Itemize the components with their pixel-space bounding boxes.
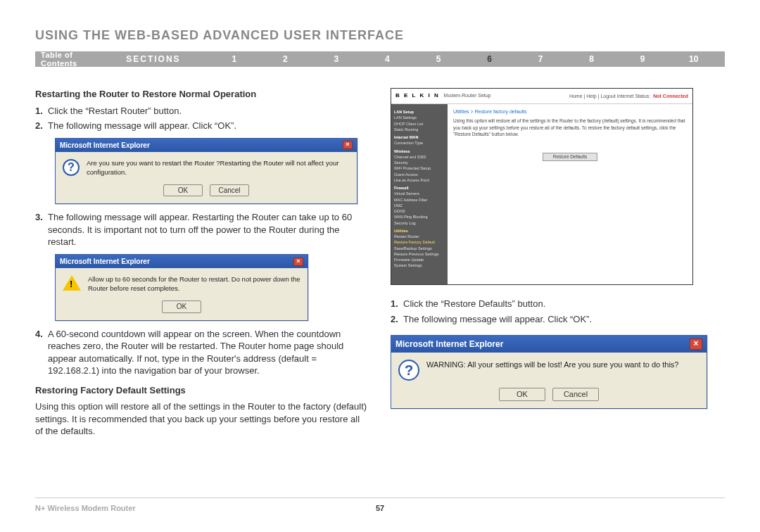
sidebar-item-active[interactable]: Restore Factory Default [394, 239, 445, 245]
nav-section-2[interactable]: 2 [260, 54, 311, 64]
question-icon: ? [398, 360, 419, 381]
router-admin-screenshot: B E L K I N Modem-Router Setup Home | He… [391, 88, 693, 285]
sidebar-item[interactable]: Save/Backup Settings [394, 246, 445, 251]
sidebar-item[interactable]: WAN Ping Blocking [394, 214, 445, 220]
nav-section-4[interactable]: 4 [362, 54, 413, 64]
dialog-restart-wait: Microsoft Internet Explorer × Allow up t… [55, 254, 369, 321]
warning-icon [63, 275, 81, 291]
cancel-button[interactable]: Cancel [210, 184, 249, 197]
sidebar-item[interactable]: Virtual Servers [394, 191, 445, 196]
sidebar-item[interactable]: DHCP Client List [394, 121, 445, 127]
restart-step-2: 2. The following message will appear. Cl… [35, 120, 369, 132]
footer-page-number: 57 [376, 504, 384, 512]
restart-heading: Restarting the Router to Restore Normal … [35, 88, 369, 101]
step-text: Click the “Restore Defaults” button. [403, 298, 725, 310]
router-content: Utilities > Restore factory defaults Usi… [448, 104, 692, 284]
restart-step-1: 1. Click the “Restart Router” button. [35, 105, 369, 118]
sidebar-item[interactable]: Connection Type [394, 140, 445, 146]
dialog-title: Microsoft Internet Explorer [395, 338, 503, 350]
step-text: The following message will appear. Resta… [48, 211, 369, 248]
question-icon: ? [63, 159, 80, 176]
restore-heading: Restoring Factory Default Settings [35, 384, 369, 397]
restart-step-4: 4. A 60-second countdown will appear on … [35, 328, 369, 377]
step-number: 3. [35, 211, 48, 248]
router-product: Modem-Router Setup [444, 93, 491, 98]
step-text: A 60-second countdown will appear on the… [48, 328, 369, 377]
sidebar-section: Wireless [394, 148, 445, 154]
sidebar-item[interactable]: WiFi Protected Setup [394, 165, 445, 171]
sidebar-section: Utilities [394, 228, 445, 234]
nav-section-1[interactable]: 1 [209, 54, 260, 64]
sidebar-section: Internet WAN [394, 134, 445, 140]
sidebar-item[interactable]: Security Log [394, 220, 445, 226]
sidebar-item[interactable]: Security [394, 160, 445, 165]
sidebar-item[interactable]: Restart Router [394, 234, 445, 239]
footer-product: N+ Wireless Modem Router [35, 504, 136, 512]
dialog-title: Microsoft Internet Explorer [60, 141, 150, 151]
cancel-button[interactable]: Cancel [552, 388, 599, 401]
nav-section-10[interactable]: 10 [668, 54, 719, 64]
sidebar-item[interactable]: DDNS [394, 208, 445, 214]
sidebar-item[interactable]: Guest Access [394, 172, 445, 177]
internet-status: Not Connected [653, 93, 688, 99]
dialog-message: Are you sure you want to restart the Rou… [87, 159, 350, 177]
sidebar-section: LAN Setup [394, 109, 445, 115]
router-sidebar: LAN Setup LAN Settings DHCP Client List … [391, 104, 448, 284]
nav-section-8[interactable]: 8 [566, 54, 617, 64]
step-number: 2. [35, 120, 48, 132]
sidebar-item[interactable]: LAN Settings [394, 115, 445, 120]
right-column: B E L K I N Modem-Router Setup Home | He… [391, 88, 725, 438]
sidebar-item[interactable]: Use as Access Point [394, 177, 445, 183]
nav-section-3[interactable]: 3 [311, 54, 362, 64]
sidebar-item[interactable]: DMZ [394, 203, 445, 208]
left-column: Restarting the Router to Restore Normal … [35, 88, 369, 438]
router-brand: B E L K I N [395, 92, 440, 99]
nav-section-7[interactable]: 7 [515, 54, 566, 64]
restore-paragraph: Using this option will restore all of th… [35, 400, 369, 438]
close-icon[interactable]: × [343, 141, 353, 149]
nav-toc[interactable]: Table of Contents [41, 51, 105, 68]
router-description: Using this option will restore all of th… [453, 118, 687, 137]
nav-section-6[interactable]: 6 [464, 54, 515, 64]
nav-sections-label: SECTIONS [126, 54, 180, 64]
restore-step-2: 2. The following message will appear. Cl… [391, 313, 725, 326]
nav-section-5[interactable]: 5 [413, 54, 464, 64]
ok-button[interactable]: OK [163, 184, 203, 197]
sidebar-item[interactable]: Static Routing [394, 127, 445, 132]
ok-button[interactable]: OK [162, 300, 201, 313]
step-number: 2. [391, 313, 403, 326]
router-breadcrumb: Utilities > Restore factory defaults [453, 108, 687, 115]
restore-defaults-button[interactable]: Restore Defaults [543, 153, 597, 162]
section-nav-bar: Table of Contents SECTIONS 1 2 3 4 5 6 7… [35, 51, 725, 67]
page-footer: N+ Wireless Modem Router 57 [35, 498, 725, 512]
restore-step-1: 1. Click the “Restore Defaults” button. [391, 298, 725, 310]
ok-button[interactable]: OK [499, 388, 545, 401]
sidebar-section: Firewall [394, 185, 445, 191]
router-header-links: Home | Help | Logout Internet Status: [569, 93, 650, 99]
sidebar-item[interactable]: Firmware Update [394, 257, 445, 262]
nav-section-9[interactable]: 9 [617, 54, 669, 64]
dialog-restart-confirm: Microsoft Internet Explorer × ? Are you … [55, 138, 369, 205]
close-icon[interactable]: × [690, 338, 702, 350]
dialog-title: Microsoft Internet Explorer [60, 257, 150, 267]
sidebar-item[interactable]: Restore Previous Settings [394, 251, 445, 257]
step-number: 1. [391, 298, 403, 310]
sidebar-item[interactable]: Channel and SSID [394, 154, 445, 160]
step-text: The following message will appear. Click… [403, 313, 725, 326]
restart-step-3: 3. The following message will appear. Re… [35, 211, 369, 248]
dialog-restore-warning: Microsoft Internet Explorer × ? WARNING:… [391, 335, 725, 409]
close-icon[interactable]: × [293, 258, 303, 266]
page-title: USING THE WEB-BASED ADVANCED USER INTERF… [35, 28, 725, 43]
step-number: 1. [35, 105, 48, 118]
sidebar-item[interactable]: System Settings [394, 262, 445, 268]
dialog-message: WARNING: All your settings will be lost!… [426, 360, 678, 370]
step-text: The following message will appear. Click… [48, 120, 369, 132]
step-text: Click the “Restart Router” button. [48, 105, 369, 118]
step-number: 4. [35, 328, 48, 377]
dialog-message: Allow up to 60 seconds for the Router to… [88, 275, 300, 293]
sidebar-item[interactable]: MAC Address Filter [394, 197, 445, 203]
